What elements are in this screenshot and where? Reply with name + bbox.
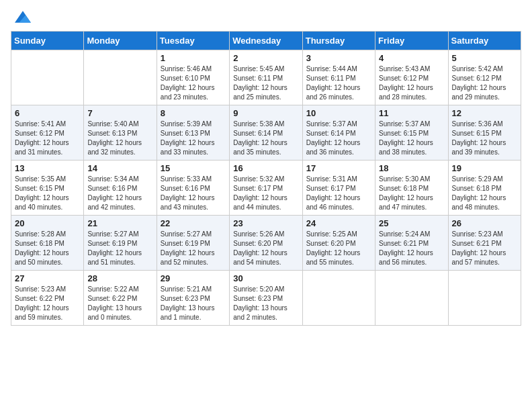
calendar-header-friday: Friday [375,32,448,50]
day-info: Sunrise: 5:38 AM Sunset: 6:14 PM Dayligh… [233,120,298,157]
calendar-cell: 4Sunrise: 5:43 AM Sunset: 6:12 PM Daylig… [375,50,448,105]
calendar-week-5: 27Sunrise: 5:23 AM Sunset: 6:22 PM Dayli… [11,271,521,326]
day-number: 24 [306,218,371,228]
calendar-header-tuesday: Tuesday [157,32,229,50]
calendar-cell [375,271,448,326]
calendar-week-3: 13Sunrise: 5:35 AM Sunset: 6:15 PM Dayli… [11,161,521,216]
day-number: 1 [161,53,226,63]
calendar-cell: 14Sunrise: 5:34 AM Sunset: 6:16 PM Dayli… [84,161,157,216]
calendar-cell: 24Sunrise: 5:25 AM Sunset: 6:20 PM Dayli… [302,216,375,271]
day-number: 18 [379,163,444,173]
calendar-cell: 25Sunrise: 5:24 AM Sunset: 6:21 PM Dayli… [375,216,448,271]
calendar-cell: 6Sunrise: 5:41 AM Sunset: 6:12 PM Daylig… [11,105,84,161]
day-info: Sunrise: 5:44 AM Sunset: 6:11 PM Dayligh… [306,64,371,102]
calendar-table: SundayMondayTuesdayWednesdayThursdayFrid… [11,31,521,326]
calendar-cell: 7Sunrise: 5:40 AM Sunset: 6:13 PM Daylig… [84,105,157,161]
day-number: 27 [15,273,80,283]
day-number: 19 [452,163,517,173]
day-info: Sunrise: 5:20 AM Sunset: 6:23 PM Dayligh… [233,285,298,322]
day-info: Sunrise: 5:37 AM Sunset: 6:15 PM Dayligh… [379,120,444,157]
calendar-header-thursday: Thursday [302,32,375,50]
day-info: Sunrise: 5:27 AM Sunset: 6:19 PM Dayligh… [87,230,152,267]
day-number: 21 [87,218,152,228]
day-number: 4 [379,53,444,63]
calendar-week-1: 1Sunrise: 5:46 AM Sunset: 6:10 PM Daylig… [11,50,521,105]
calendar-cell: 5Sunrise: 5:42 AM Sunset: 6:12 PM Daylig… [448,50,521,105]
day-info: Sunrise: 5:46 AM Sunset: 6:10 PM Dayligh… [161,64,226,102]
calendar-cell: 11Sunrise: 5:37 AM Sunset: 6:15 PM Dayli… [375,105,448,161]
calendar-header-saturday: Saturday [448,32,521,50]
day-number: 28 [87,273,152,283]
day-info: Sunrise: 5:29 AM Sunset: 6:18 PM Dayligh… [452,175,517,212]
calendar-cell: 17Sunrise: 5:31 AM Sunset: 6:17 PM Dayli… [302,161,375,216]
calendar-cell: 26Sunrise: 5:23 AM Sunset: 6:21 PM Dayli… [448,216,521,271]
day-number: 12 [452,108,517,118]
calendar-cell: 27Sunrise: 5:23 AM Sunset: 6:22 PM Dayli… [11,271,84,326]
calendar-header-monday: Monday [84,32,157,50]
day-info: Sunrise: 5:23 AM Sunset: 6:22 PM Dayligh… [15,285,80,322]
day-info: Sunrise: 5:21 AM Sunset: 6:23 PM Dayligh… [161,285,226,322]
day-info: Sunrise: 5:45 AM Sunset: 6:11 PM Dayligh… [233,64,298,102]
calendar-cell: 15Sunrise: 5:33 AM Sunset: 6:16 PM Dayli… [157,161,229,216]
day-info: Sunrise: 5:36 AM Sunset: 6:15 PM Dayligh… [452,120,517,157]
day-info: Sunrise: 5:26 AM Sunset: 6:20 PM Dayligh… [233,230,298,267]
calendar-cell: 8Sunrise: 5:39 AM Sunset: 6:13 PM Daylig… [157,105,229,161]
calendar-header-wednesday: Wednesday [230,32,302,50]
day-number: 10 [306,108,371,118]
calendar-cell: 23Sunrise: 5:26 AM Sunset: 6:20 PM Dayli… [230,216,302,271]
day-info: Sunrise: 5:42 AM Sunset: 6:12 PM Dayligh… [452,64,517,102]
calendar-cell: 16Sunrise: 5:32 AM Sunset: 6:17 PM Dayli… [230,161,302,216]
day-info: Sunrise: 5:22 AM Sunset: 6:22 PM Dayligh… [87,285,152,322]
calendar-header-sunday: Sunday [11,32,84,50]
day-number: 17 [306,163,371,173]
calendar-cell: 19Sunrise: 5:29 AM Sunset: 6:18 PM Dayli… [448,161,521,216]
day-number: 16 [233,163,298,173]
calendar-cell: 28Sunrise: 5:22 AM Sunset: 6:22 PM Dayli… [84,271,157,326]
logo-icon [15,11,31,23]
day-number: 11 [379,108,444,118]
calendar-cell: 18Sunrise: 5:30 AM Sunset: 6:18 PM Dayli… [375,161,448,216]
day-number: 7 [87,108,152,118]
calendar-cell: 3Sunrise: 5:44 AM Sunset: 6:11 PM Daylig… [302,50,375,105]
calendar-cell: 2Sunrise: 5:45 AM Sunset: 6:11 PM Daylig… [230,50,302,105]
day-info: Sunrise: 5:41 AM Sunset: 6:12 PM Dayligh… [15,120,80,157]
day-info: Sunrise: 5:28 AM Sunset: 6:18 PM Dayligh… [15,230,80,267]
day-info: Sunrise: 5:40 AM Sunset: 6:13 PM Dayligh… [87,120,152,157]
calendar-week-4: 20Sunrise: 5:28 AM Sunset: 6:18 PM Dayli… [11,216,521,271]
logo [11,11,34,23]
day-number: 15 [161,163,226,173]
day-number: 29 [161,273,226,283]
day-number: 8 [161,108,226,118]
day-info: Sunrise: 5:39 AM Sunset: 6:13 PM Dayligh… [161,120,226,157]
day-info: Sunrise: 5:33 AM Sunset: 6:16 PM Dayligh… [161,175,226,212]
calendar-cell [11,50,84,105]
calendar-cell: 20Sunrise: 5:28 AM Sunset: 6:18 PM Dayli… [11,216,84,271]
calendar-cell: 9Sunrise: 5:38 AM Sunset: 6:14 PM Daylig… [230,105,302,161]
calendar-cell [448,271,521,326]
day-number: 25 [379,218,444,228]
calendar-cell [84,50,157,105]
day-info: Sunrise: 5:32 AM Sunset: 6:17 PM Dayligh… [233,175,298,212]
day-number: 30 [233,273,298,283]
calendar-cell: 12Sunrise: 5:36 AM Sunset: 6:15 PM Dayli… [448,105,521,161]
day-number: 2 [233,53,298,63]
calendar-cell: 13Sunrise: 5:35 AM Sunset: 6:15 PM Dayli… [11,161,84,216]
calendar-cell [302,271,375,326]
day-info: Sunrise: 5:35 AM Sunset: 6:15 PM Dayligh… [15,175,80,212]
calendar-cell: 1Sunrise: 5:46 AM Sunset: 6:10 PM Daylig… [157,50,229,105]
day-info: Sunrise: 5:30 AM Sunset: 6:18 PM Dayligh… [379,175,444,212]
day-number: 14 [87,163,152,173]
calendar-cell: 29Sunrise: 5:21 AM Sunset: 6:23 PM Dayli… [157,271,229,326]
day-number: 23 [233,218,298,228]
calendar-cell: 21Sunrise: 5:27 AM Sunset: 6:19 PM Dayli… [84,216,157,271]
day-number: 13 [15,163,80,173]
calendar-cell: 10Sunrise: 5:37 AM Sunset: 6:14 PM Dayli… [302,105,375,161]
calendar-week-2: 6Sunrise: 5:41 AM Sunset: 6:12 PM Daylig… [11,105,521,161]
day-info: Sunrise: 5:37 AM Sunset: 6:14 PM Dayligh… [306,120,371,157]
day-number: 5 [452,53,517,63]
day-info: Sunrise: 5:34 AM Sunset: 6:16 PM Dayligh… [87,175,152,212]
day-number: 26 [452,218,517,228]
day-info: Sunrise: 5:25 AM Sunset: 6:20 PM Dayligh… [306,230,371,267]
header [11,11,521,23]
day-number: 20 [15,218,80,228]
